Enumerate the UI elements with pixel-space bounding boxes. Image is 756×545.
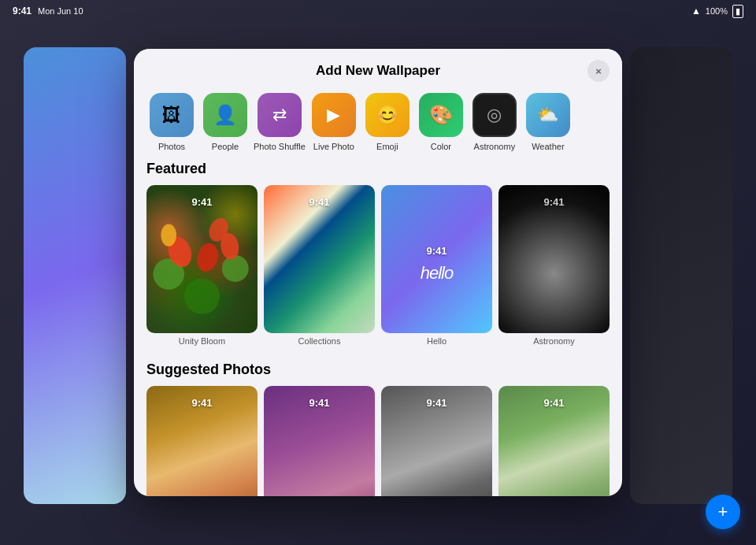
status-bar: 9:41 Mon Jun 10 ▲ 100% ▮ [0, 0, 756, 22]
photos-label: Photos [158, 142, 185, 151]
add-wallpaper-plus-button[interactable]: + [706, 495, 740, 529]
featured-grid: 9:41 Unity Bloom 9:41 Collections [146, 185, 610, 346]
astronomy-time: 9:41 [543, 196, 564, 208]
suggested-photo-3[interactable]: 9:41 [381, 386, 492, 496]
modal-title: Add New Wallpaper [316, 63, 440, 79]
featured-section: Featured [146, 161, 610, 346]
featured-item-collections[interactable]: 9:41 Collections [264, 185, 375, 346]
collections-thumb[interactable]: 9:41 [264, 185, 375, 333]
suggested-photos-grid: 9:41 9:41 9:41 [146, 386, 610, 496]
suggested-photos-title: Suggested Photos [146, 361, 610, 378]
featured-title: Featured [146, 161, 610, 177]
people-icon-circle: 👤 [203, 93, 247, 137]
hello-label: Hello [381, 336, 492, 346]
astronomy-thumb-label: Astronomy [498, 336, 610, 346]
photos-icon-circle: 🖼 [150, 93, 194, 137]
type-icon-people[interactable]: 👤 People [200, 93, 250, 151]
suggested-photo-4[interactable]: 9:41 [498, 386, 610, 496]
wallpaper-type-icons-row: 🖼 Photos 👤 People ⇄ Photo Shuffle ▶ Live… [134, 87, 622, 161]
type-icon-emoji[interactable]: 😊 Emoji [362, 93, 413, 151]
shuffle-icon-circle: ⇄ [258, 93, 302, 137]
suggested-photo-2[interactable]: 9:41 [264, 386, 375, 496]
hello-time: 9:41 [426, 245, 447, 257]
photos-icon: 🖼 [162, 104, 181, 126]
hello-text: hello [421, 263, 453, 284]
color-icon-circle: 🎨 [419, 93, 463, 137]
modal-header: Add New Wallpaper × [134, 49, 622, 87]
people-label: People [212, 142, 239, 151]
plus-icon: + [718, 502, 728, 522]
modal-close-button[interactable]: × [587, 60, 610, 82]
astronomy-label: Astronomy [474, 142, 516, 151]
battery-icon: ▮ [732, 5, 743, 18]
photo3-thumb[interactable]: 9:41 [381, 386, 492, 496]
astronomy-icon: ◎ [487, 105, 502, 125]
photo2-time: 9:41 [309, 397, 329, 409]
collections-time: 9:41 [309, 196, 329, 208]
photo4-time: 9:41 [543, 397, 564, 409]
type-icon-photos[interactable]: 🖼 Photos [146, 93, 197, 151]
right-wallpaper-preview[interactable] [630, 47, 732, 504]
type-icon-color[interactable]: 🎨 Color [416, 93, 466, 151]
add-wallpaper-modal: Add New Wallpaper × 🖼 Photos 👤 People ⇄ … [134, 49, 622, 496]
photo1-time: 9:41 [191, 397, 212, 409]
suggested-photos-section: Suggested Photos 9:41 9:41 [146, 361, 610, 496]
live-icon-circle: ▶ [312, 93, 356, 137]
astronomy-icon-circle: ◎ [472, 93, 517, 137]
live-photo-label: Live Photo [313, 142, 354, 151]
type-icon-live-photo[interactable]: ▶ Live Photo [309, 93, 359, 151]
photo3-time: 9:41 [426, 397, 447, 409]
people-icon: 👤 [213, 104, 237, 126]
collections-label: Collections [264, 336, 375, 346]
status-date: Mon Jun 10 [38, 6, 83, 16]
weather-icon: ⛅ [537, 105, 558, 125]
astronomy-thumb[interactable]: 9:41 [498, 185, 610, 333]
emoji-icon: 😊 [376, 104, 399, 126]
type-icon-weather[interactable]: ⛅ Weather [523, 93, 573, 151]
battery-level: 100% [706, 6, 728, 16]
photo4-thumb[interactable]: 9:41 [498, 386, 610, 496]
status-right: ▲ 100% ▮ [691, 5, 743, 18]
svg-point-2 [222, 255, 249, 282]
unity-bloom-time: 9:41 [191, 196, 212, 208]
svg-point-1 [184, 279, 220, 314]
weather-label: Weather [532, 142, 564, 151]
svg-point-6 [161, 224, 176, 247]
left-wallpaper-preview[interactable] [24, 47, 126, 504]
wifi-icon: ▲ [691, 6, 701, 17]
svg-point-4 [195, 241, 221, 274]
featured-item-hello[interactable]: 9:41 hello Hello [381, 185, 492, 346]
unity-bloom-thumb[interactable]: 9:41 [146, 185, 258, 333]
suggested-photo-1[interactable]: 9:41 [146, 386, 258, 496]
unity-bloom-label: Unity Bloom [146, 336, 258, 346]
close-icon: × [595, 65, 602, 77]
modal-scroll-content[interactable]: Featured [134, 161, 622, 496]
shuffle-icon: ⇄ [272, 105, 287, 125]
type-icon-astronomy[interactable]: ◎ Astronomy [469, 93, 520, 151]
photo1-thumb[interactable]: 9:41 [146, 386, 258, 496]
featured-item-unity-bloom[interactable]: 9:41 Unity Bloom [146, 185, 258, 346]
live-photo-icon: ▶ [327, 105, 340, 125]
featured-item-astronomy[interactable]: 9:41 Astronomy [498, 185, 610, 346]
status-time: 9:41 [13, 6, 32, 17]
shuffle-label: Photo Shuffle [254, 142, 306, 151]
emoji-icon-circle: 😊 [365, 93, 410, 137]
type-icon-photo-shuffle[interactable]: ⇄ Photo Shuffle [254, 93, 306, 151]
hello-thumb[interactable]: 9:41 hello [381, 185, 492, 333]
emoji-label: Emoji [376, 142, 398, 151]
color-label: Color [431, 142, 451, 151]
color-icon: 🎨 [429, 104, 453, 126]
weather-icon-circle: ⛅ [526, 93, 570, 137]
photo2-thumb[interactable]: 9:41 [264, 386, 375, 496]
